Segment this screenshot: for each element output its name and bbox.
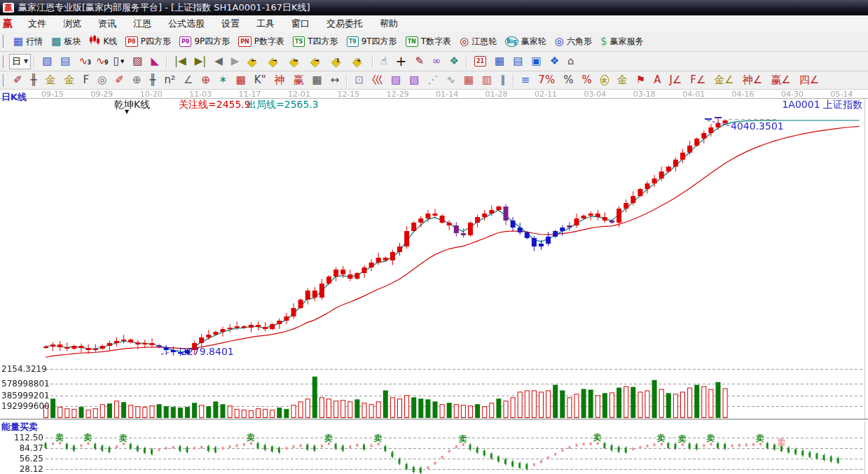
notes-icon[interactable]: ▤ (509, 53, 526, 70)
shift-left-icon[interactable]: ◆← (244, 53, 263, 70)
kline-type-label[interactable]: 乾坤K线 (114, 99, 150, 111)
network-icon[interactable]: ❖ (546, 53, 563, 70)
toolbar-grip[interactable] (2, 35, 6, 48)
candle-type-icon[interactable]: ▯▼ (110, 53, 128, 70)
gold-line-tool[interactable]: 金 (614, 72, 631, 89)
time-grid-tool[interactable]: ▥ (478, 72, 495, 89)
wave9-icon[interactable]: ∿9 (92, 53, 109, 70)
f-angle-tool[interactable]: F∠ (687, 72, 709, 89)
9t-square[interactable]: T99T四方形 (343, 33, 401, 50)
square-grid-tool[interactable]: ▦ (233, 72, 249, 89)
gold-angle-tool[interactable]: 金∠ (710, 72, 737, 89)
ray-grid-tool[interactable]: ▧ (406, 72, 422, 89)
color-flag-icon[interactable]: ◣ (148, 53, 163, 70)
winner-service[interactable]: $赢家服务 (597, 33, 647, 50)
expand-h-icon[interactable]: ◆↔ (286, 53, 305, 70)
gold-comb1-tool[interactable]: 金 (42, 72, 60, 89)
toolbar-grip[interactable] (2, 74, 6, 87)
period-selector[interactable]: 日▼ (9, 54, 31, 69)
percent-tool[interactable]: % (560, 72, 577, 89)
measure-brush-tool[interactable]: ✐ (111, 72, 128, 89)
expand-all-icon[interactable]: ◆+ (349, 53, 368, 70)
remote-icon[interactable]: ⌂ (564, 53, 578, 70)
quotes[interactable]: ▦行情 (10, 33, 46, 50)
knot-icon[interactable]: ❖ (446, 53, 462, 70)
p-square[interactable]: P8P四方形 (122, 33, 174, 50)
kline[interactable]: K线 (85, 33, 120, 50)
box-tool[interactable]: ⊡ (351, 72, 367, 89)
menu-设置[interactable]: 设置 (213, 16, 248, 32)
parallel-lines-tool[interactable]: ∥ (497, 72, 509, 89)
calendar-icon[interactable]: 21 (471, 53, 490, 70)
price-grid-tool[interactable]: ▦ (460, 72, 477, 89)
spiral-tool[interactable]: ◎ (94, 72, 110, 89)
gold-section-tool[interactable]: 金 (597, 72, 612, 89)
menu-交易委托[interactable]: 交易委托 (318, 16, 371, 32)
shift-right-icon[interactable]: ◆→ (265, 53, 284, 70)
shen-angle-tool[interactable]: 神∠ (739, 72, 766, 89)
comb2-tool[interactable]: ╫ (146, 72, 160, 89)
toolbar-grip[interactable] (2, 55, 6, 68)
rays-tool[interactable]: 巛 (368, 72, 386, 89)
wave-tool[interactable]: ∿ (443, 72, 459, 89)
last-bar-icon[interactable]: ▶| (191, 53, 210, 70)
menu-帮助[interactable]: 帮助 (371, 16, 406, 32)
t-square[interactable]: TST四方形 (289, 33, 342, 50)
brush-tool[interactable]: ✐ (10, 72, 26, 89)
gann-crosshair-tool[interactable]: ⊕ (198, 72, 214, 89)
compress-h-icon[interactable]: ◆⇥ (307, 53, 326, 70)
save-icon[interactable]: ▣ (528, 53, 544, 70)
main-chart-canvas[interactable] (0, 90, 868, 474)
numbered-grid-tool[interactable]: ▦ (309, 72, 326, 89)
amplitude-tool[interactable]: A (650, 72, 664, 89)
j-angle-tool[interactable]: J∠ (666, 72, 685, 89)
gann-wheel[interactable]: ◎江恩轮 (456, 33, 500, 50)
percent-retrace-tool[interactable]: % (578, 72, 595, 89)
sectors[interactable]: ▩板块 (48, 33, 84, 50)
si-angle-tool[interactable]: 四∠ (796, 72, 822, 89)
purple-grid-tool[interactable]: ▨ (387, 72, 404, 89)
kline-type-caret-icon[interactable]: ▼ (125, 109, 129, 115)
menu-工具[interactable]: 工具 (248, 16, 283, 32)
next-bar-icon[interactable]: ▶ (228, 53, 243, 70)
k-notation-tool[interactable]: K" (251, 72, 270, 89)
info-panel-icon[interactable]: ▤ (57, 53, 74, 70)
p-table[interactable]: PNP数字表 (235, 33, 288, 50)
indicator-title[interactable]: 能量买卖 (1, 421, 38, 433)
flag-mark-tool[interactable]: ⚑ (633, 72, 649, 89)
percent7-tool[interactable]: 7% (535, 72, 558, 89)
kline-style-icon[interactable]: ▧ (39, 53, 55, 70)
shen-grid-tool[interactable]: 神 (271, 72, 289, 89)
span-tool[interactable]: ↔ (327, 72, 343, 89)
ying-grid-tool[interactable]: 赢 (290, 72, 308, 89)
menu-江恩[interactable]: 江恩 (125, 16, 160, 32)
menu-浏览[interactable]: 浏览 (55, 16, 90, 32)
t-table[interactable]: TNT数字表 (402, 33, 455, 50)
n-square-tool[interactable]: n² (161, 72, 179, 89)
ribbon-icon[interactable]: ∞ (429, 53, 445, 70)
circle-grid-tool[interactable]: ⊕ (129, 72, 145, 89)
prev-bar-icon[interactable]: ◀ (211, 53, 226, 70)
price-scale-tool[interactable]: ≡ (518, 72, 534, 89)
calculator-icon[interactable]: ▦ (491, 53, 508, 70)
trend-lines-tool[interactable]: ⋰ (424, 72, 441, 89)
annotate-icon[interactable]: ✎ (411, 53, 427, 70)
menu-窗口[interactable]: 窗口 (283, 16, 318, 32)
star-tool[interactable]: ✶ (215, 72, 231, 89)
menu-公式选股[interactable]: 公式选股 (160, 16, 213, 32)
ying-angle-tool[interactable]: 赢∠ (767, 72, 794, 89)
hexagon[interactable]: ◎六角形 (551, 33, 595, 50)
f-grid-tool[interactable]: F (80, 72, 93, 89)
pattern-icon[interactable]: ▨ (129, 53, 146, 70)
menu-文件[interactable]: 文件 (20, 16, 55, 32)
angle-tool[interactable]: ∠ (180, 72, 196, 89)
menu-资讯[interactable]: 资讯 (90, 16, 125, 32)
crosshair-icon[interactable]: + (392, 53, 411, 70)
hand-tool-icon[interactable]: ☝ (377, 53, 390, 70)
expand-v-icon[interactable]: ◆↕ (328, 53, 347, 70)
winner-wheel[interactable]: Big赢家轮 (502, 33, 550, 50)
first-bar-icon[interactable]: |◀ (171, 53, 190, 70)
9p-square[interactable]: P99P四方形 (176, 33, 233, 50)
gold-comb2-tool[interactable]: 金 (61, 72, 78, 89)
wave3-icon[interactable]: ∿3 (76, 53, 92, 70)
